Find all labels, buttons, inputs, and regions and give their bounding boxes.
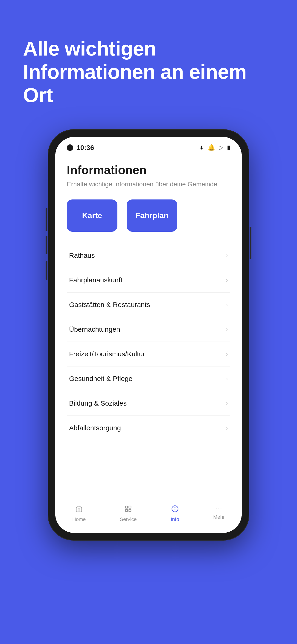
grid-icon <box>124 505 132 514</box>
svg-rect-0 <box>126 506 128 508</box>
karte-button[interactable]: Karte <box>67 200 118 232</box>
chevron-right-icon: › <box>226 326 228 333</box>
menu-item-label: Freizeit/Tourismus/Kultur <box>69 350 145 358</box>
menu-item-label: Abfallentsorgung <box>69 424 121 432</box>
svg-rect-1 <box>129 506 131 508</box>
hero-section: Alle wichtigen Informationen an einem Or… <box>0 0 297 125</box>
time-display: 10:36 <box>76 144 94 152</box>
nav-label-mehr: Mehr <box>213 514 225 520</box>
screen-content: Informationen Erhalte wichtige Informati… <box>55 154 242 498</box>
phone-mockup: 10:36 ∗ 🔔 ▷ ▮ Informationen Erhalte wich… <box>48 130 249 540</box>
home-icon <box>75 505 83 514</box>
nav-item-service[interactable]: Service <box>113 502 144 525</box>
volume-down-button <box>46 261 48 280</box>
menu-item-label: Bildung & Soziales <box>69 400 127 407</box>
chevron-right-icon: › <box>226 252 228 259</box>
svg-rect-3 <box>129 509 131 511</box>
menu-item-label: Fahrplanauskunft <box>69 276 122 284</box>
menu-item-label: Gesundheit & Pflege <box>69 375 132 382</box>
svg-rect-2 <box>126 509 128 511</box>
fahrplan-button[interactable]: Fahrplan <box>127 200 177 232</box>
list-item[interactable]: Gesundheit & Pflege › <box>67 366 230 391</box>
wifi-icon: ▷ <box>219 144 223 151</box>
menu-item-label: Rathaus <box>69 252 95 259</box>
bottom-nav: Home Service <box>55 498 242 533</box>
bluetooth-icon: ∗ <box>199 144 204 151</box>
list-item[interactable]: Rathaus › <box>67 243 230 268</box>
camera-dot <box>67 144 73 151</box>
status-icons: ∗ 🔔 ▷ ▮ <box>199 144 230 151</box>
chevron-right-icon: › <box>226 276 228 284</box>
list-item[interactable]: Abfallentsorgung › <box>67 416 230 440</box>
phone-screen: 10:36 ∗ 🔔 ▷ ▮ Informationen Erhalte wich… <box>55 137 242 533</box>
menu-item-label: Gaststätten & Restaurants <box>69 301 150 309</box>
nav-item-info[interactable]: Info <box>164 502 186 525</box>
chevron-right-icon: › <box>226 400 228 407</box>
list-item[interactable]: Gaststätten & Restaurants › <box>67 292 230 317</box>
menu-item-label: Übernachtungen <box>69 326 120 333</box>
phone-frame: 10:36 ∗ 🔔 ▷ ▮ Informationen Erhalte wich… <box>48 130 249 540</box>
mute-button <box>46 218 48 231</box>
nav-label-home: Home <box>72 516 86 522</box>
list-item[interactable]: Übernachtungen › <box>67 317 230 342</box>
more-icon: ··· <box>216 505 222 512</box>
volume-up-button <box>46 236 48 254</box>
page-title: Informationen <box>67 163 230 177</box>
chevron-right-icon: › <box>226 350 228 358</box>
quick-buttons-row: Karte Fahrplan <box>67 200 230 232</box>
list-item[interactable]: Fahrplanauskunft › <box>67 268 230 292</box>
chevron-right-icon: › <box>226 375 228 382</box>
battery-icon: ▮ <box>227 144 230 151</box>
nav-label-info: Info <box>171 516 179 522</box>
nav-item-mehr[interactable]: ··· Mehr <box>206 502 232 525</box>
list-item[interactable]: Freizeit/Tourismus/Kultur › <box>67 342 230 366</box>
hero-title: Alle wichtigen Informationen an einem Or… <box>23 37 274 107</box>
status-bar: 10:36 ∗ 🔔 ▷ ▮ <box>55 137 242 154</box>
page-subtitle: Erhalte wichtige Informationen über dein… <box>67 180 230 188</box>
nav-item-home[interactable]: Home <box>66 502 93 525</box>
chevron-right-icon: › <box>226 424 228 432</box>
menu-list: Rathaus › Fahrplanauskunft › Gaststätten… <box>67 243 230 440</box>
nav-label-service: Service <box>120 516 136 522</box>
info-icon <box>171 505 179 514</box>
status-time: 10:36 <box>67 144 94 152</box>
list-item[interactable]: Bildung & Soziales › <box>67 391 230 416</box>
bell-icon: 🔔 <box>208 144 215 151</box>
chevron-right-icon: › <box>226 301 228 308</box>
